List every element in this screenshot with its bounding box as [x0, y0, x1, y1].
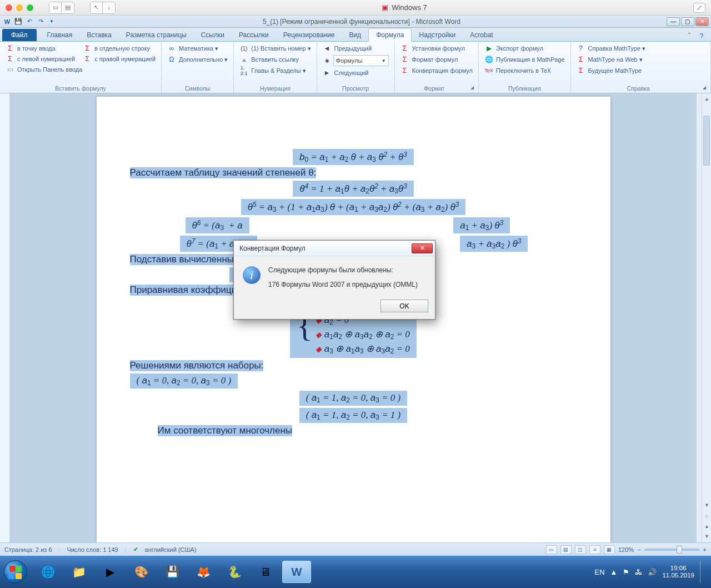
- sigma-icon: Σ: [6, 44, 14, 53]
- scroll-down-icon[interactable]: ▼: [703, 501, 711, 509]
- zoom-slider-handle[interactable]: [677, 546, 682, 554]
- taskbar-app2[interactable]: 💾: [158, 561, 187, 583]
- close-button[interactable]: ✕: [695, 17, 709, 26]
- taskbar: 🌐 📁 ▶ 🎨 💾 🦊 🐍 🖥 W EN ▲ ⚑ 🖧 🔊 19:0611.05.…: [0, 556, 711, 588]
- outline-view-button[interactable]: ≡: [589, 545, 600, 554]
- fullscreen-reading-view-button[interactable]: ▤: [560, 545, 572, 554]
- tray-flag-icon[interactable]: ⚑: [623, 568, 629, 576]
- taskbar-firefox[interactable]: 🦊: [189, 561, 218, 583]
- tab-mailings[interactable]: Рассылки: [232, 29, 276, 41]
- dialog-close-button[interactable]: ✕: [412, 243, 433, 253]
- cmd-format-formulas[interactable]: ΣФормат формул: [398, 54, 475, 64]
- taskbar-media[interactable]: ▶: [96, 561, 124, 583]
- redo-icon[interactable]: ↷: [36, 17, 46, 27]
- tab-review[interactable]: Рецензирование: [276, 29, 342, 41]
- vertical-scrollbar[interactable]: ▲ ▼ ○ ▲ ▼: [702, 93, 711, 542]
- status-language[interactable]: английский (США): [145, 546, 197, 553]
- tray-volume-icon[interactable]: 🔊: [648, 568, 657, 576]
- cmd-insert-separate-line[interactable]: Σв отдельную строку: [81, 43, 158, 53]
- formula-combo[interactable]: ◉Формулы▼: [321, 54, 391, 67]
- taskbar-app1[interactable]: 🎨: [127, 561, 156, 583]
- cmd-mathtype-web[interactable]: ΣMathType на Web ▾: [574, 54, 707, 64]
- tray-clock[interactable]: 19:0611.05.2019: [662, 565, 694, 579]
- dialog-titlebar[interactable]: Конвертация Формул ✕: [234, 241, 435, 256]
- status-page[interactable]: Страница: 2 из 6: [4, 546, 52, 553]
- browse-object-icon[interactable]: ○: [703, 512, 711, 520]
- cmd-math[interactable]: ∞Математика ▾: [165, 43, 230, 53]
- cmd-publish-mathpage[interactable]: 🌐Публикация в MathPage: [482, 54, 567, 64]
- zoom-window-button[interactable]: [27, 4, 33, 11]
- scrollbar-thumb[interactable]: [703, 116, 710, 166]
- qat-dropdown-icon[interactable]: ▼: [47, 17, 57, 27]
- taskbar-ie[interactable]: 🌐: [33, 561, 62, 583]
- cmd-right-numbering[interactable]: Σс правой нумерацией: [81, 54, 158, 64]
- prev-icon: ◄: [323, 44, 332, 53]
- maximize-button[interactable]: ▢: [681, 17, 694, 26]
- cmd-next[interactable]: ►Следующий: [321, 68, 391, 78]
- cmd-additional[interactable]: ΩДополнительно ▾: [165, 54, 230, 64]
- taskbar-word[interactable]: W: [282, 561, 311, 583]
- zoom-out-button[interactable]: −: [637, 546, 640, 553]
- start-button[interactable]: [0, 556, 31, 588]
- save-icon[interactable]: 💾: [13, 17, 23, 27]
- cmd-mathtype-help[interactable]: ?Справка MathType ▾: [574, 43, 707, 53]
- minimize-button[interactable]: —: [667, 17, 680, 26]
- tab-home[interactable]: Главная: [40, 29, 80, 41]
- fullscreen-icon[interactable]: ⤢: [693, 3, 705, 13]
- print-layout-view-button[interactable]: ▭: [546, 545, 557, 554]
- ribbon-minimize-icon[interactable]: ˆ: [684, 31, 694, 41]
- show-desktop-button[interactable]: [700, 561, 704, 583]
- undo-icon[interactable]: ↶: [24, 17, 34, 27]
- ribbon-help-icon[interactable]: ?: [697, 31, 707, 41]
- tab-view[interactable]: Вид: [342, 29, 368, 41]
- tab-formula[interactable]: Формула: [368, 28, 412, 42]
- zoom-slider[interactable]: [644, 549, 700, 551]
- minimize-window-button[interactable]: [16, 4, 23, 11]
- taskbar-explorer[interactable]: 📁: [64, 561, 93, 583]
- prev-page-icon[interactable]: ▲: [703, 522, 711, 530]
- zoom-in-button[interactable]: +: [703, 546, 707, 553]
- cmd-convert-formulas[interactable]: ΣКонвертация формул: [398, 66, 475, 76]
- layout-icon[interactable]: ▭: [49, 2, 62, 13]
- panel-icon: ▭: [6, 65, 14, 74]
- pointer-icon[interactable]: ↖: [91, 2, 103, 13]
- draft-view-button[interactable]: ▦: [604, 545, 615, 554]
- cmd-formula-settings[interactable]: ΣУстановки формул: [398, 43, 475, 53]
- taskbar-python[interactable]: 🐍: [220, 561, 249, 583]
- proofing-icon[interactable]: ✔: [133, 546, 138, 553]
- tab-addins[interactable]: Надстройки: [412, 29, 463, 41]
- mac-window-title: ▣ Windows 7: [382, 3, 427, 12]
- cmd-insert-at-cursor[interactable]: Σв точку ввода: [3, 43, 77, 53]
- chevron-right-icon[interactable]: ›: [103, 2, 115, 13]
- vertical-ruler[interactable]: [0, 93, 10, 542]
- next-page-icon[interactable]: ▼: [703, 532, 711, 540]
- web-layout-view-button[interactable]: ◫: [575, 545, 586, 554]
- tab-insert[interactable]: Вставка: [79, 29, 119, 41]
- zoom-level[interactable]: 120%: [618, 546, 634, 553]
- tab-pagelayout[interactable]: Разметка страницы: [119, 29, 194, 41]
- tab-acrobat[interactable]: Acrobat: [463, 29, 500, 41]
- dialog-ok-button[interactable]: OK: [380, 300, 428, 312]
- tab-references[interactable]: Ссылки: [194, 29, 232, 41]
- cmd-insert-number[interactable]: (1)(1) Вставить номер ▾: [237, 43, 313, 53]
- quicklook-icon[interactable]: ▤: [62, 2, 74, 13]
- cmd-insert-reference[interactable]: ⟁Вставить ссылку: [237, 54, 313, 64]
- cmd-chapters-sections[interactable]: 1.2.1Главы & Разделы ▾: [237, 66, 313, 76]
- status-wordcount[interactable]: Число слов: 1 149: [67, 546, 118, 553]
- scroll-up-icon[interactable]: ▲: [703, 94, 711, 103]
- cmd-previous[interactable]: ◄Предыдущий: [321, 43, 391, 53]
- taskbar-app3[interactable]: 🖥: [251, 561, 280, 583]
- tray-show-hidden-icon[interactable]: ▲: [610, 568, 618, 576]
- cmd-open-input-panel[interactable]: ▭Открыть Панель ввода: [3, 64, 158, 74]
- tray-lang[interactable]: EN: [595, 568, 605, 576]
- cmd-left-numbering[interactable]: Σс левой нумерацией: [3, 54, 77, 64]
- tray-network-icon[interactable]: 🖧: [635, 568, 642, 576]
- cmd-mathtype-future[interactable]: ΣБудущее MathType: [574, 66, 707, 76]
- sigma-convert-icon: Σ: [400, 66, 409, 75]
- cmd-switch-tex[interactable]: TeXПереключить в TeX: [482, 66, 567, 76]
- file-tab[interactable]: Файл: [2, 29, 37, 41]
- cmd-export-formulas[interactable]: ▶Экспорт формул: [482, 43, 567, 53]
- document-page[interactable]: b0 = a1 + a2 θ + a3 θ2 + θ3 Рассчитаем т…: [97, 97, 610, 542]
- group-title-symbols: Символы: [165, 84, 230, 93]
- close-window-button[interactable]: [6, 4, 12, 11]
